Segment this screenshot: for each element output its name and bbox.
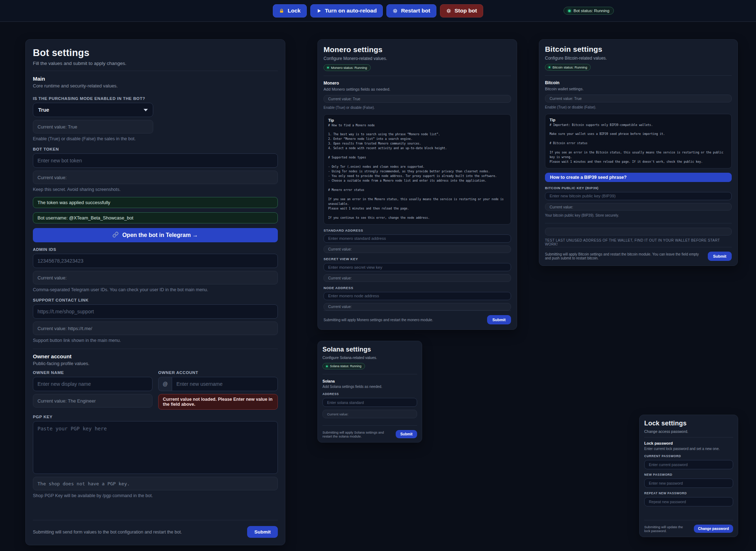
monero-node-input[interactable]	[324, 292, 511, 300]
bip39-help-button[interactable]: How to create a BIP39 seed phrase?	[545, 173, 732, 182]
pgp-current-value: The shop does not have a PGP key.	[33, 477, 278, 490]
owner-account-error-alert: Current value not loaded. Please Enter n…	[158, 394, 278, 410]
owner-account-label: OWNER ACCOUNT	[158, 370, 278, 375]
token-success-alert: The token was applied successfully	[33, 197, 278, 208]
lock-footer-note: Submitting will update the lock password…	[644, 525, 689, 533]
current-password-input[interactable]	[644, 460, 733, 469]
auto-reload-button-label: Turn on auto-reload	[325, 7, 377, 14]
solana-submit-button[interactable]: Submit	[396, 430, 417, 438]
solana-card-subtitle: Configure Solana-related values.	[322, 355, 417, 360]
solana-card-header: Solana settings Configure Solana-related…	[322, 346, 417, 374]
monero-submit-button[interactable]: Submit	[487, 315, 511, 324]
bitcoin-card-subtitle: Configure Bitcoin-related values.	[545, 56, 732, 61]
change-password-button[interactable]: Change password	[694, 525, 733, 533]
stop-bot-button[interactable]: Stop bot	[440, 4, 483, 17]
bitcoin-footer-note: Submitting will apply Bitcoin settings a…	[545, 252, 703, 260]
bitcoin-address-readonly	[545, 228, 732, 236]
owner-account-input[interactable]	[172, 377, 278, 391]
new-password-input[interactable]	[644, 479, 733, 488]
bot-card-footer: Submitting will send form values to the …	[33, 520, 278, 538]
auto-reload-button[interactable]: Turn on auto-reload	[310, 4, 383, 17]
purchasing-mode-label: IS THE PURCHASING MODE ENABLED IN THE BO…	[33, 96, 278, 101]
monero-status-badge: Monero status: Running	[324, 64, 371, 71]
solana-address-input[interactable]	[322, 398, 417, 407]
purchasing-current-value: Current value: True	[33, 120, 153, 133]
monero-standard-label: STANDARD ADDRESS	[324, 228, 511, 232]
bot-card-header: Bot settings Fill the values and submit …	[33, 47, 278, 71]
bitcoin-pubkey-help: Your bitcoin public key (BIP39). Store s…	[545, 213, 732, 217]
lock-button[interactable]: Lock	[273, 4, 306, 17]
bitcoin-status-badge: Bitcoin status: Running	[545, 64, 591, 71]
solana-section-desc: Add Solana settings fields as needed.	[322, 385, 417, 389]
monero-standard-input[interactable]	[324, 234, 511, 243]
monero-card-subtitle: Configure Monero-related values.	[324, 56, 511, 61]
bitcoin-pubkey-input[interactable]	[545, 192, 732, 200]
bot-username-alert: Bot username: @XTeam_Beta_Showcase_bot	[33, 212, 278, 223]
monero-tip-box: Tip # How to find a Monero node 1. The b…	[324, 114, 511, 224]
owner-section-divider	[33, 349, 278, 349]
admin-ids-input[interactable]	[33, 254, 278, 268]
status-dot-icon	[549, 66, 550, 68]
admin-ids-help: Comma-separated Telegram user IDs. You c…	[33, 287, 278, 292]
bot-token-label: BOT TOKEN	[33, 147, 278, 151]
bitcoin-card-title: Bitcoin settings	[545, 45, 732, 54]
owner-account-input-group: @	[158, 377, 278, 391]
at-prefix: @	[158, 377, 172, 391]
monero-section-desc: Add Monero settings fields as needed.	[324, 87, 511, 91]
bitcoin-settings-card: Bitcoin settings Configure Bitcoin-relat…	[539, 39, 738, 266]
support-link-label: SUPPORT CONTACT LINK	[33, 298, 278, 302]
monero-card-title: Monero settings	[324, 45, 511, 54]
status-dot-icon	[327, 67, 329, 69]
status-dot-icon	[568, 10, 571, 12]
stop-bot-button-label: Stop bot	[455, 7, 477, 14]
monero-section-heading: Monero	[324, 81, 511, 86]
bitcoin-status-text: Bitcoin status: Running	[552, 65, 587, 69]
solana-status-badge: Solana status: Running	[322, 363, 365, 369]
monero-settings-card: Monero settings Configure Monero-related…	[317, 39, 517, 330]
purchasing-mode-select[interactable]: True	[33, 103, 153, 117]
monero-viewkey-current-value: Current value:	[324, 274, 511, 282]
bot-card-title: Bot settings	[33, 47, 278, 59]
open-telegram-button[interactable]: Open the bot in Telegram →	[33, 228, 278, 242]
repeat-password-input[interactable]	[644, 497, 733, 506]
bot-card-subtitle: Fill the values and submit to apply chan…	[33, 61, 278, 66]
solana-settings-card: Solana settings Configure Solana-related…	[317, 341, 422, 443]
pgp-key-textarea[interactable]	[33, 421, 278, 474]
lock-button-label: Lock	[287, 7, 300, 14]
status-dot-icon	[326, 365, 328, 367]
owner-account-column: OWNER ACCOUNT @ Current value not loaded…	[158, 369, 278, 410]
bot-token-input[interactable]	[33, 153, 278, 168]
monero-viewkey-label: SECRET VIEW KEY	[324, 257, 511, 261]
bot-status-text: Bot status: Running	[574, 9, 609, 13]
support-link-current-value: Current value: https://t.me/	[33, 322, 278, 335]
tip-title: Tip	[328, 118, 506, 122]
solana-footer-note: Submitting will apply Solana settings an…	[322, 430, 391, 438]
owner-section-heading: Owner account	[33, 353, 278, 359]
solana-card-footer: Submitting will apply Solana settings an…	[322, 425, 417, 438]
bot-status-badge: Bot status: Running	[564, 7, 614, 15]
play-icon	[316, 8, 322, 14]
purchasing-help: Enable (True) or disable (False) the sal…	[33, 136, 278, 141]
monero-node-current-value: Current value:	[324, 303, 511, 311]
owner-fields-grid: OWNER NAME Current value: The Engineer O…	[33, 369, 278, 410]
link-icon	[112, 232, 119, 239]
monero-viewkey-input[interactable]	[324, 263, 511, 271]
bitcoin-enabled-current-value: Current value: True	[545, 95, 732, 102]
gear-icon	[446, 8, 451, 14]
pgp-key-label: PGP KEY	[33, 415, 278, 419]
bot-submit-button[interactable]: Submit	[247, 526, 278, 538]
gear-icon	[392, 8, 398, 14]
bitcoin-submit-button[interactable]: Submit	[708, 252, 732, 261]
support-link-input[interactable]	[33, 304, 278, 319]
tip-title: Tip	[550, 118, 727, 122]
solana-address-label: ADDRESS	[322, 392, 417, 396]
lock-card-title: Lock settings	[644, 420, 733, 427]
monero-enabled-current-value: Current value: True	[324, 95, 511, 103]
lock-card-footer: Submitting will update the lock password…	[644, 520, 733, 533]
monero-node-label: NODE ADDRESS	[324, 286, 511, 290]
owner-name-input[interactable]	[33, 377, 152, 391]
restart-bot-button[interactable]: Restart bot	[386, 4, 436, 17]
support-link-help: Support button link shown in the main me…	[33, 338, 278, 343]
monero-enabled-help: Enable (True) or disable (False).	[324, 106, 511, 110]
monero-status-text: Monero status: Running	[331, 66, 367, 70]
